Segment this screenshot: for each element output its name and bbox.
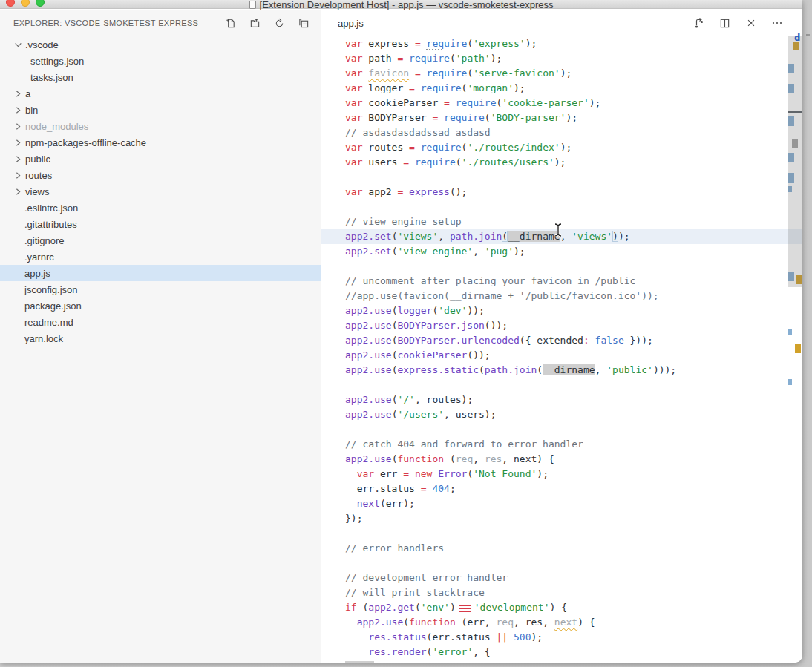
chevron-right-icon[interactable]: [13, 105, 23, 115]
new-file-button[interactable]: [224, 17, 237, 30]
code-line[interactable]: message: err.message: [321, 660, 802, 663]
code-line[interactable]: app2.use(function (err, req, res, next) …: [321, 615, 802, 630]
code-token: [403, 186, 409, 197]
code-token: });: [345, 513, 362, 524]
code-token: );: [531, 631, 543, 643]
code-line[interactable]: // uncomment after placing your favicon …: [321, 274, 802, 289]
code-line[interactable]: var logger = require('morgan');: [321, 81, 802, 96]
new-folder-button[interactable]: [249, 17, 261, 30]
code-line[interactable]: // view engine setup: [321, 214, 802, 229]
code-line[interactable]: var express = require('express');: [321, 36, 802, 51]
tree-item-a[interactable]: a: [0, 85, 321, 102]
tree-item-tasks-json[interactable]: tasks.json: [0, 69, 321, 85]
tree-item--eslintrc-json[interactable]: .eslintrc.json: [0, 200, 321, 216]
code-line[interactable]: app2.use(logger('dev'));: [321, 303, 802, 318]
code-line[interactable]: [321, 526, 802, 541]
code-token: 'Not Found': [473, 468, 537, 479]
chevron-right-icon[interactable]: [13, 171, 23, 180]
split-editor-button[interactable]: [718, 17, 731, 30]
code-line[interactable]: var BODYParser = require('BODY-parser');: [321, 111, 802, 125]
code-line[interactable]: [321, 378, 802, 392]
code-token: err.status: [345, 483, 421, 494]
chevron-right-icon[interactable]: [13, 138, 23, 148]
code-line[interactable]: app2.use(BODYParser.urlencoded({ extende…: [321, 333, 802, 348]
tree-item--gitattributes[interactable]: .gitattributes: [0, 216, 321, 232]
tab-app-js[interactable]: app.js: [338, 18, 693, 29]
code-line[interactable]: var path = require('path');: [321, 51, 802, 66]
tree-item-readme-md[interactable]: readme.md: [0, 314, 321, 330]
tree-item--yarnrc[interactable]: .yarnrc: [0, 249, 321, 265]
code-token: // development error handler: [345, 572, 508, 583]
tree-item-label: .vscode: [25, 39, 59, 50]
code-line[interactable]: var users = require('./routes/users');: [321, 155, 802, 170]
code-line[interactable]: // catch 404 and forward to error handle…: [321, 437, 802, 452]
code-line[interactable]: res.render('error', {: [321, 645, 802, 660]
code-line[interactable]: var err = new Error('Not Found');: [321, 467, 802, 482]
code-line[interactable]: err.status = 404;: [321, 482, 802, 496]
code-line[interactable]: // will print stacktrace: [321, 585, 802, 600]
tree-item-label: .gitattributes: [24, 219, 77, 230]
chevron-right-icon[interactable]: [13, 122, 23, 131]
tree-item-routes[interactable]: routes: [0, 167, 321, 183]
code-line[interactable]: var routes = require('./routes/index');: [321, 140, 802, 155]
code-line[interactable]: res.status(err.status || 500);: [321, 630, 802, 645]
code-line[interactable]: app2.set('view engine', 'pug');: [321, 244, 802, 259]
chevron-right-icon[interactable]: [13, 89, 23, 99]
tree-item-bin[interactable]: bin: [0, 102, 321, 118]
code-line[interactable]: // development error handler: [321, 571, 802, 585]
code-line[interactable]: var favicon = require('serve-favicon');: [321, 66, 802, 81]
tree-item-yarn-lock[interactable]: yarn.lock: [0, 330, 321, 346]
collapse-folders-button[interactable]: [298, 17, 310, 30]
code-line[interactable]: var app2 = express();: [321, 185, 802, 200]
tree-item-app-js[interactable]: app.js: [0, 265, 321, 281]
tree-item--gitignore[interactable]: .gitignore: [0, 232, 321, 249]
chevron-right-icon[interactable]: [13, 154, 23, 164]
code-line[interactable]: //app.use(favicon(__dirname + '/public/f…: [321, 289, 802, 303]
code-token: // asdasdasdadssad asdasd: [345, 127, 491, 138]
code-line[interactable]: [321, 259, 802, 274]
title-bar[interactable]: [Extension Development Host] - app.js — …: [0, 0, 802, 9]
scrollbar-slider[interactable]: [788, 36, 802, 287]
chevron-right-icon[interactable]: [13, 187, 23, 197]
chevron-down-icon[interactable]: [13, 40, 23, 50]
code-line[interactable]: var cookieParser = require('cookie-parse…: [321, 96, 802, 111]
tree-item-node-modules[interactable]: node_modules: [0, 118, 321, 134]
code-line-current[interactable]: app2.set('views', path.join(__dirname, '…: [321, 229, 802, 244]
code-line[interactable]: app2.use(cookieParser());: [321, 348, 802, 363]
code-line[interactable]: // error handlers: [321, 541, 802, 556]
tree-item-settings-json[interactable]: settings.json: [0, 53, 321, 69]
code-line[interactable]: // asdasdasdadssad asdasd: [321, 125, 802, 140]
code-token: 'serve-favicon': [473, 68, 560, 79]
close-editor-button[interactable]: [744, 17, 757, 30]
code-token: cookieParser: [397, 349, 467, 361]
tree-item-package-json[interactable]: package.json: [0, 298, 321, 314]
code-line[interactable]: [321, 200, 802, 214]
code-token: (err);: [380, 498, 415, 509]
code-line[interactable]: next(err);: [321, 496, 802, 511]
code-token: '/': [397, 394, 414, 405]
code-line[interactable]: [321, 170, 802, 185]
code-line[interactable]: [321, 422, 802, 437]
code-token: app2.use: [357, 617, 404, 628]
tree-item--vscode[interactable]: .vscode: [0, 36, 321, 53]
code-token: require: [456, 97, 497, 108]
code-line[interactable]: app2.use('/', routes);: [321, 392, 802, 407]
code-line[interactable]: app2.use(BODYParser.json());: [321, 318, 802, 333]
refresh-explorer-button[interactable]: [273, 17, 286, 30]
code-line[interactable]: app2.use('/users', users);: [321, 407, 802, 422]
code-token: );: [554, 157, 566, 168]
code-line[interactable]: [321, 556, 802, 571]
code-line[interactable]: app2.use(express.static(path.join(__dirn…: [321, 363, 802, 378]
open-changes-button[interactable]: [693, 17, 705, 30]
more-actions-button[interactable]: [770, 17, 783, 30]
tree-item-npm-packages-offline-cache[interactable]: npm-packages-offline-cache: [0, 134, 321, 151]
code-line[interactable]: });: [321, 511, 802, 526]
tree-item-public[interactable]: public: [0, 151, 321, 167]
code-line[interactable]: app2.use(function (req, res, next) {: [321, 452, 802, 467]
tree-item-jsconfig-json[interactable]: jsconfig.json: [0, 281, 321, 298]
code-line[interactable]: if (app2.get('env')'development') {: [321, 600, 802, 615]
code-token: 'pug': [485, 246, 514, 257]
code-editor[interactable]: var express = require('express');var pat…: [321, 36, 802, 663]
tree-item-views[interactable]: views: [0, 183, 321, 200]
code-token: __dirname: [543, 364, 595, 375]
